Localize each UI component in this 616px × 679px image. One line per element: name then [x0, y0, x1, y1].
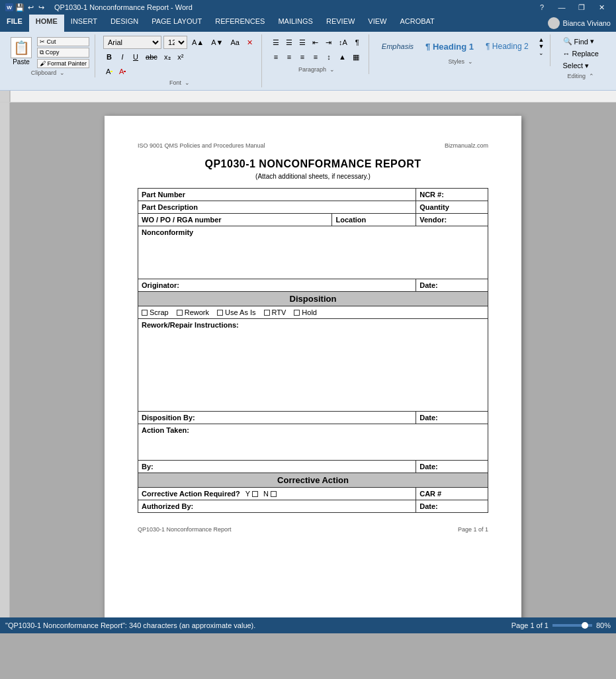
checkbox-row: Scrap Rework Use As Is	[142, 308, 484, 316]
style-emphasis-label: Emphasis	[382, 42, 414, 50]
nonconformity-cell: Nonconformity	[138, 226, 488, 279]
rework-instructions-row: Rework/Repair Instructions:	[138, 319, 488, 412]
font-shrink-button[interactable]: A▼	[208, 36, 226, 49]
corrective-n-checkbox[interactable]	[271, 491, 277, 497]
svg-rect-0	[10, 91, 616, 103]
justify-button[interactable]: ≡	[310, 50, 322, 64]
status-bar: "QP1030-1 Nonconformance Report": 340 ch…	[0, 617, 616, 633]
align-center-button[interactable]: ≡	[283, 50, 295, 64]
sort-button[interactable]: ↕A	[336, 36, 350, 49]
superscript-button[interactable]: x²	[175, 50, 187, 64]
doc-footer: QP1030-1 Nonconformance Report Page 1 of…	[138, 526, 488, 533]
hold-checkbox-item: Hold	[294, 308, 317, 316]
rework-checkbox-item: Rework	[177, 308, 209, 316]
editing-label: Editing ⌃	[558, 71, 603, 79]
use-as-is-checkbox[interactable]	[217, 310, 223, 316]
tab-design[interactable]: DESIGN	[104, 15, 145, 32]
zoom-slider[interactable]	[552, 624, 592, 627]
font-family-select[interactable]: Arial	[103, 36, 161, 49]
close-button[interactable]: ✕	[592, 0, 611, 15]
corrective-action-header: Corrective Action	[138, 473, 488, 488]
style-heading2[interactable]: ¶ Heading 2	[481, 36, 533, 57]
strikethrough-button[interactable]: abc	[143, 50, 160, 64]
tab-mailings[interactable]: MAILINGS	[271, 15, 320, 32]
disposition-header-row: Disposition	[138, 292, 488, 306]
underline-button[interactable]: U	[130, 50, 142, 64]
scrap-checkbox[interactable]	[142, 310, 148, 316]
disposition-by-row: Disposition By: Date:	[138, 412, 488, 424]
find-button[interactable]: 🔍 Find ▾	[558, 36, 603, 47]
redo-icon[interactable]: ↪	[37, 3, 45, 11]
line-spacing-button[interactable]: ↕	[323, 50, 335, 64]
table-row: Part Number NCR #:	[138, 189, 488, 201]
corrective-y-label: Y	[245, 490, 250, 498]
tab-insert[interactable]: INSERT	[64, 15, 104, 32]
align-right-button[interactable]: ≡	[296, 50, 308, 64]
form-table: Part Number NCR #: Part Description Quan…	[138, 188, 488, 513]
font-color-button[interactable]: A	[116, 65, 128, 78]
save-icon[interactable]: 💾	[16, 3, 24, 11]
tab-page-layout[interactable]: PAGE LAYOUT	[145, 15, 208, 32]
minimize-button[interactable]: —	[552, 0, 571, 15]
show-marks-button[interactable]: ¶	[351, 36, 363, 49]
zoom-slider-thumb[interactable]	[582, 622, 588, 629]
car-label: CAR #	[416, 488, 488, 500]
font-size-select[interactable]: 12	[163, 36, 187, 49]
tab-references[interactable]: REFERENCES	[208, 15, 271, 32]
bold-button[interactable]: B	[103, 50, 115, 64]
text-highlight-button[interactable]: A	[103, 65, 115, 78]
subscript-button[interactable]: x₂	[161, 50, 173, 64]
tab-view[interactable]: VIEW	[361, 15, 393, 32]
originator-label: Originator:	[138, 279, 416, 292]
corrective-n-label: N	[263, 490, 269, 498]
format-painter-button[interactable]: 🖌 Format Painter	[37, 59, 89, 68]
scrap-label: Scrap	[150, 308, 169, 316]
corrective-required-cell: Corrective Action Required? Y N	[138, 488, 416, 500]
clear-formatting-button[interactable]: ✕	[244, 36, 256, 49]
undo-icon[interactable]: ↩	[26, 3, 34, 11]
tab-home[interactable]: HOME	[29, 15, 64, 32]
vendor-label: Vendor:	[416, 214, 488, 226]
corrective-n-item: N	[263, 490, 277, 498]
checkboxes-row: Scrap Rework Use As Is	[138, 306, 488, 319]
font-grow-button[interactable]: A▲	[189, 36, 206, 49]
action-taken-label: Action Taken:	[142, 426, 189, 434]
window-title: QP1030-1 Nonconformance Report - Word	[54, 3, 193, 11]
paragraph-label: Paragraph ⌄	[270, 65, 363, 73]
tab-acrobat[interactable]: ACROBAT	[393, 15, 441, 32]
copy-button[interactable]: ⧉ Copy	[37, 48, 89, 58]
decrease-indent-button[interactable]: ⇤	[310, 36, 322, 49]
rework-label: Rework	[185, 308, 209, 316]
replace-button[interactable]: ↔ Replace	[558, 48, 603, 59]
ruler	[0, 91, 616, 103]
font-row1: Arial 12 A▲ A▼ Aa ✕	[103, 36, 256, 49]
bullets-button[interactable]: ☰	[270, 36, 282, 49]
style-heading1[interactable]: ¶ Heading 1	[421, 36, 478, 57]
font-row2: B I U abc x₂ x²	[103, 50, 187, 64]
styles-scroll[interactable]: ▲ ▼ ⌄	[536, 36, 545, 56]
para-row1: ☰ ☰ ☰ ⇤ ⇥ ↕A ¶	[270, 36, 363, 49]
italic-button[interactable]: I	[116, 50, 128, 64]
tab-review[interactable]: REVIEW	[320, 15, 361, 32]
increase-indent-button[interactable]: ⇥	[323, 36, 335, 49]
restore-button[interactable]: ❐	[572, 0, 591, 15]
shading-button[interactable]: ▲	[336, 50, 349, 64]
help-icon[interactable]: ?	[533, 0, 551, 15]
tab-file[interactable]: FILE	[0, 15, 29, 32]
select-button[interactable]: Select ▾	[558, 60, 603, 71]
user-name[interactable]: Bianca Viviano	[562, 19, 611, 27]
hold-checkbox[interactable]	[294, 310, 300, 316]
align-left-button[interactable]: ≡	[270, 50, 282, 64]
paste-button[interactable]: 📋 Paste	[7, 36, 36, 67]
corrective-y-checkbox[interactable]	[252, 491, 258, 497]
rtv-checkbox[interactable]	[264, 310, 270, 316]
style-emphasis[interactable]: Emphasis	[377, 36, 418, 57]
cut-button[interactable]: ✂ Cut	[37, 37, 89, 46]
borders-button[interactable]: ▦	[350, 50, 362, 64]
ribbon-tabs: FILE HOME INSERT DESIGN PAGE LAYOUT REFE…	[0, 15, 616, 32]
ruler-corner	[0, 91, 10, 102]
rework-checkbox[interactable]	[177, 310, 183, 316]
multilevel-button[interactable]: ☰	[296, 36, 308, 49]
change-case-button[interactable]: Aa	[228, 36, 242, 49]
numbering-button[interactable]: ☰	[283, 36, 295, 49]
